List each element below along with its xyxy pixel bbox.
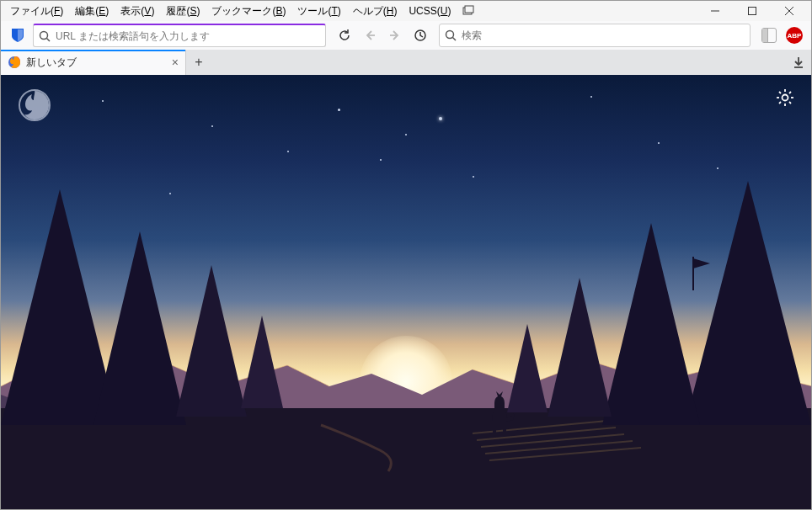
sidebar-panel-icon[interactable] bbox=[757, 24, 781, 47]
newtab-content bbox=[1, 75, 811, 509]
menu-edit[interactable]: 編集(E) bbox=[69, 2, 115, 21]
svg-line-12 bbox=[453, 38, 457, 41]
svg-point-22 bbox=[783, 95, 788, 101]
adblock-plus-icon[interactable]: ABP bbox=[786, 27, 803, 44]
menubar: ファイル(F) 編集(E) 表示(V) 履歴(S) ブックマーク(B) ツール(… bbox=[1, 1, 811, 21]
svg-point-11 bbox=[446, 31, 454, 39]
svg-line-28 bbox=[789, 102, 791, 104]
firefox-favicon-icon bbox=[8, 56, 21, 69]
url-bar[interactable] bbox=[33, 24, 326, 47]
svg-line-29 bbox=[779, 102, 781, 104]
window-controls bbox=[697, 1, 808, 21]
tab-title: 新しいタブ bbox=[26, 56, 167, 70]
tree bbox=[237, 316, 287, 425]
tab-newtab[interactable]: 新しいタブ × bbox=[1, 50, 186, 75]
history-clock-button[interactable] bbox=[409, 24, 432, 47]
menu-view[interactable]: 表示(V) bbox=[115, 2, 160, 21]
addon-icons: ABP bbox=[754, 24, 806, 47]
svg-line-27 bbox=[779, 92, 781, 93]
menu-help[interactable]: ヘルプ(H) bbox=[347, 2, 403, 21]
close-button[interactable] bbox=[771, 1, 808, 21]
menu-file[interactable]: ファイル(F) bbox=[4, 2, 69, 21]
maximize-button[interactable] bbox=[734, 1, 771, 21]
back-button[interactable] bbox=[358, 24, 382, 47]
tab-close-icon[interactable]: × bbox=[172, 56, 179, 68]
menu-history[interactable]: 履歴(S) bbox=[160, 2, 206, 21]
search-bar[interactable] bbox=[439, 24, 751, 47]
svg-point-6 bbox=[40, 31, 48, 39]
downloads-button[interactable] bbox=[786, 50, 811, 75]
bitwarden-icon[interactable] bbox=[6, 24, 29, 47]
settings-gear-icon[interactable] bbox=[776, 88, 794, 109]
restore-window-icon[interactable] bbox=[457, 3, 480, 20]
svg-rect-3 bbox=[749, 8, 756, 15]
menu-ucss[interactable]: UCSS(U) bbox=[403, 3, 457, 19]
tree bbox=[542, 278, 617, 438]
tab-strip: 新しいタブ × + bbox=[1, 50, 811, 75]
firefox-logo-icon bbox=[18, 88, 51, 122]
nav-buttons bbox=[329, 24, 435, 47]
flag bbox=[689, 257, 714, 290]
minimize-button[interactable] bbox=[697, 1, 734, 21]
menu-bookmarks[interactable]: ブックマーク(B) bbox=[206, 2, 291, 21]
new-tab-button[interactable]: + bbox=[186, 50, 211, 75]
search-icon bbox=[445, 29, 457, 41]
svg-rect-1 bbox=[465, 6, 473, 13]
url-input[interactable] bbox=[56, 30, 320, 42]
reload-button[interactable] bbox=[333, 24, 356, 47]
forward-button[interactable] bbox=[383, 24, 407, 47]
fox-silhouette bbox=[483, 391, 516, 433]
search-icon bbox=[39, 30, 51, 42]
svg-line-7 bbox=[47, 38, 51, 41]
menu-tools[interactable]: ツール(T) bbox=[291, 2, 346, 21]
search-input[interactable] bbox=[462, 29, 745, 41]
toolbar: ABP bbox=[1, 21, 811, 50]
svg-line-30 bbox=[789, 92, 791, 93]
